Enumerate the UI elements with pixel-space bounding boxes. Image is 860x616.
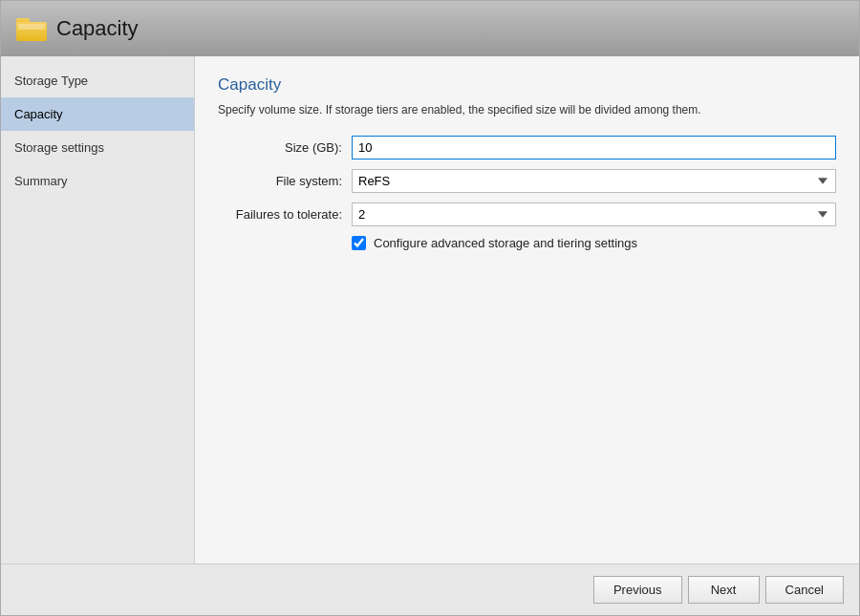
sidebar: Storage Type Capacity Storage settings S… [1, 56, 195, 563]
advanced-settings-label[interactable]: Configure advanced storage and tiering s… [374, 236, 637, 250]
filesystem-select[interactable]: ReFS NTFS [352, 169, 836, 193]
title-bar-title: Capacity [56, 16, 139, 41]
sidebar-item-summary[interactable]: Summary [1, 164, 194, 198]
failures-label: Failures to tolerate: [218, 207, 352, 222]
advanced-settings-checkbox[interactable] [352, 236, 366, 250]
content-title: Capacity [218, 75, 836, 95]
sidebar-item-storage-settings[interactable]: Storage settings [1, 131, 194, 164]
size-row: Size (GB): [218, 136, 836, 159]
failures-row: Failures to tolerate: 1 2 3 [218, 202, 836, 226]
main-content: Storage Type Capacity Storage settings S… [1, 56, 859, 563]
size-label: Size (GB): [218, 140, 352, 155]
size-input[interactable] [352, 136, 836, 159]
footer: Previous Next Cancel [1, 563, 859, 615]
filesystem-label: File system: [218, 174, 352, 188]
description-text: Specify volume size. If storage tiers ar… [218, 102, 836, 118]
sidebar-item-capacity[interactable]: Capacity [1, 97, 194, 131]
previous-button[interactable]: Previous [593, 576, 682, 604]
filesystem-row: File system: ReFS NTFS [218, 169, 836, 193]
next-button[interactable]: Next [688, 576, 760, 604]
sidebar-item-storage-type[interactable]: Storage Type [1, 64, 194, 97]
cancel-button[interactable]: Cancel [765, 576, 844, 604]
folder-icon [16, 16, 47, 41]
title-bar-icon [16, 13, 47, 44]
wizard-window: Capacity Storage Type Capacity Storage s… [0, 0, 860, 616]
advanced-settings-row: Configure advanced storage and tiering s… [352, 236, 836, 250]
title-bar: Capacity [1, 1, 859, 56]
content-panel: Capacity Specify volume size. If storage… [195, 56, 859, 563]
failures-select[interactable]: 1 2 3 [352, 202, 836, 226]
